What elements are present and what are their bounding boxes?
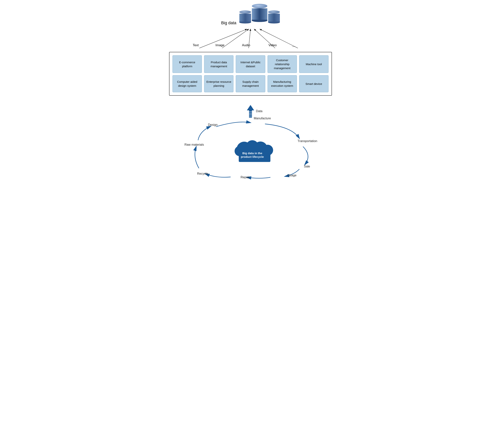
big-data-label: Big data (221, 20, 236, 25)
audio-label: Audio (242, 43, 250, 47)
upload-arrow (247, 105, 254, 118)
transportation-label: Transportation (297, 139, 317, 143)
sale-label: Sale (304, 165, 310, 168)
system-scm: Supply chain management (236, 75, 265, 92)
data-label: Data (256, 109, 263, 113)
cloud-shape: Big data in the product lifecycle (235, 140, 273, 162)
system-mes: Manufacturing execution system (267, 75, 297, 92)
system-smart-device: Smart device (299, 75, 329, 92)
usage-label: Usage (288, 174, 297, 177)
video-label: Video (268, 43, 277, 47)
system-internet: Internet &Public dataset (236, 55, 265, 73)
system-pdm: Product data management (204, 55, 234, 73)
manufacture-label: Manufacture (254, 116, 271, 120)
repair-label: Repair (240, 176, 250, 179)
cloud-text-line1: Big data in the (242, 152, 262, 155)
system-machine-tool: Machine tool (299, 55, 329, 73)
lifecycle-diagram-svg: Data Manufacture Design Transportation S… (169, 101, 332, 181)
system-ecommerce: E-commerce platform (172, 55, 202, 73)
design-label: Design (208, 123, 218, 126)
db-cylinder-center (252, 4, 267, 22)
system-crm: Customer relationship management (267, 55, 297, 73)
raw-materials-label: Raw materials (184, 143, 204, 146)
arrows-svg (184, 25, 317, 50)
arrows-area: Text Image Audio Video ... (184, 25, 317, 50)
systems-grid: E-commerce platform Product data managem… (172, 55, 329, 92)
systems-box: E-commerce platform Product data managem… (169, 52, 332, 96)
db-cylinder-left (239, 10, 251, 23)
cloud-text-line2: product lifecycle (241, 155, 264, 158)
system-erp: Enterprise resource planning (204, 75, 234, 92)
text-label: Text (193, 43, 199, 47)
system-cad: Computer aided design system (172, 75, 202, 92)
image-label: Image (216, 43, 224, 47)
database-group (239, 4, 280, 23)
db-cylinder-right (268, 10, 280, 23)
recycle-label: Recycle (197, 172, 208, 175)
ellipsis-label: ... (292, 43, 295, 48)
top-section: Big data (169, 4, 332, 50)
bottom-section: Data Manufacture Design Transportation S… (169, 101, 332, 181)
